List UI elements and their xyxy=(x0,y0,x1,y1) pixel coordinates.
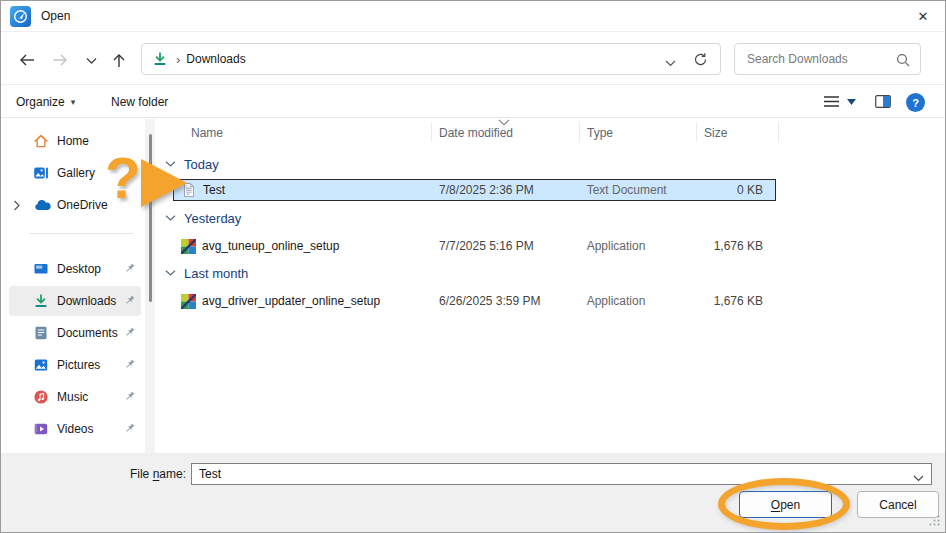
help-button[interactable]: ? xyxy=(906,93,925,112)
preview-pane-button[interactable] xyxy=(875,95,891,111)
file-size: 1,676 KB xyxy=(695,294,775,308)
gallery-icon xyxy=(33,165,51,181)
address-bar[interactable]: › Downloads xyxy=(141,43,721,75)
sidebar-separator xyxy=(29,233,133,234)
column-header-size[interactable]: Size xyxy=(704,126,727,140)
downloads-location-icon xyxy=(152,51,168,67)
column-separator[interactable] xyxy=(579,122,580,142)
file-size: 1,676 KB xyxy=(695,239,775,253)
back-button[interactable] xyxy=(13,49,41,71)
file-size: 0 KB xyxy=(695,183,775,197)
open-dialog-window: Open ✕ › Downloads xyxy=(0,0,946,533)
breadcrumb-separator-icon: › xyxy=(176,52,180,67)
open-button[interactable]: Open xyxy=(739,491,832,518)
desktop-icon xyxy=(33,261,51,277)
pictures-icon xyxy=(33,357,51,373)
column-separator[interactable] xyxy=(696,122,697,142)
column-header-date-modified[interactable]: Date modified xyxy=(439,126,513,140)
avg-application-icon xyxy=(181,239,196,254)
sidebar-item-downloads[interactable]: Downloads xyxy=(9,286,141,316)
file-name-label: File name: xyxy=(1,464,186,485)
new-folder-button[interactable]: New folder xyxy=(111,86,168,118)
cancel-button[interactable]: Cancel xyxy=(857,491,939,518)
videos-icon xyxy=(33,421,51,437)
file-list: Name Date modified Type Size Today xyxy=(157,119,945,453)
search-box xyxy=(734,43,921,75)
cancel-button-label: Cancel xyxy=(879,498,916,512)
pin-icon[interactable] xyxy=(123,390,136,406)
close-button[interactable]: ✕ xyxy=(901,1,945,31)
group-header-last-month[interactable]: Last month xyxy=(157,263,248,283)
sidebar-item-desktop[interactable]: Desktop xyxy=(9,254,141,284)
group-header-today[interactable]: Today xyxy=(157,154,219,174)
sidebar-item-gallery[interactable]: Gallery xyxy=(9,158,141,188)
organize-button[interactable]: Organize ▾ xyxy=(16,86,75,118)
pin-icon[interactable] xyxy=(123,326,136,342)
views-dropdown-icon xyxy=(847,99,856,105)
column-header-name[interactable]: Name xyxy=(191,126,223,140)
sidebar-scrollbar[interactable] xyxy=(145,119,155,453)
refresh-icon[interactable] xyxy=(693,52,708,70)
file-type: Application xyxy=(579,239,696,253)
group-collapse-chevron-icon xyxy=(165,215,176,221)
text-document-icon xyxy=(181,182,197,198)
new-folder-label: New folder xyxy=(111,95,168,109)
column-separator[interactable] xyxy=(778,122,779,142)
pin-icon[interactable] xyxy=(123,422,136,438)
sidebar-item-label: Music xyxy=(57,390,88,404)
expand-chevron-icon[interactable] xyxy=(13,200,20,214)
search-input[interactable] xyxy=(745,46,885,72)
group-label: Today xyxy=(184,157,219,172)
resize-grip[interactable] xyxy=(929,515,940,529)
sidebar-item-label: Gallery xyxy=(57,166,95,180)
sidebar-item-label: Documents xyxy=(57,326,118,340)
sidebar-item-onedrive[interactable]: OneDrive xyxy=(9,190,141,220)
sidebar-item-documents[interactable]: Documents xyxy=(9,318,141,348)
file-type: Application xyxy=(579,294,696,308)
views-button[interactable] xyxy=(823,95,856,108)
file-row-avg-tuneup[interactable]: avg_tuneup_online_setup 7/7/2025 5:16 PM… xyxy=(173,235,776,257)
window-title: Open xyxy=(41,9,70,23)
sidebar-item-label: Pictures xyxy=(57,358,100,372)
pin-icon[interactable] xyxy=(123,262,136,278)
up-button[interactable] xyxy=(105,49,133,71)
pin-icon[interactable] xyxy=(123,294,136,310)
command-toolbar: Organize ▾ New folder ? xyxy=(1,86,945,118)
home-icon xyxy=(33,133,51,149)
sidebar-item-home[interactable]: Home xyxy=(9,126,141,156)
title-bar: Open ✕ xyxy=(1,1,945,32)
open-button-mnemonic: O xyxy=(771,498,780,512)
music-icon xyxy=(33,389,51,405)
file-date: 7/8/2025 2:36 PM xyxy=(431,183,579,197)
file-row-avg-driver-updater[interactable]: avg_driver_updater_online_setup 6/26/202… xyxy=(173,290,776,312)
recent-locations-chevron-icon[interactable] xyxy=(77,49,105,71)
dialog-footer: File name: Open Cancel xyxy=(1,453,945,533)
file-name: avg_tuneup_online_setup xyxy=(202,239,339,253)
address-dropdown-chevron-icon[interactable] xyxy=(665,56,676,70)
app-icon xyxy=(10,6,31,27)
sidebar-item-label: Downloads xyxy=(57,294,116,308)
sidebar-item-pictures[interactable]: Pictures xyxy=(9,350,141,380)
file-type: Text Document xyxy=(579,183,696,197)
forward-button[interactable] xyxy=(46,49,74,71)
column-separator[interactable] xyxy=(431,122,432,142)
sidebar-item-videos[interactable]: Videos xyxy=(9,414,141,444)
column-header-type[interactable]: Type xyxy=(587,126,613,140)
breadcrumb-location[interactable]: Downloads xyxy=(186,52,245,66)
sidebar-item-label: Home xyxy=(57,134,89,148)
search-icon[interactable] xyxy=(896,53,910,70)
file-name: Test xyxy=(203,183,225,197)
main-area: Home Gallery OneDrive Desktop xyxy=(1,119,945,453)
file-date: 7/7/2025 5:16 PM xyxy=(431,239,579,253)
scrollbar-thumb[interactable] xyxy=(149,134,152,302)
sidebar-item-music[interactable]: Music xyxy=(9,382,141,412)
sidebar-item-label: OneDrive xyxy=(57,198,108,212)
pin-icon[interactable] xyxy=(123,358,136,374)
group-collapse-chevron-icon xyxy=(165,161,176,167)
file-name-input[interactable] xyxy=(197,465,887,483)
sidebar-item-label: Videos xyxy=(57,422,93,436)
file-row-test[interactable]: Test 7/8/2025 2:36 PM Text Document 0 KB xyxy=(173,179,776,201)
combobox-dropdown-chevron-icon[interactable] xyxy=(913,471,924,485)
group-header-yesterday[interactable]: Yesterday xyxy=(157,208,241,228)
documents-icon xyxy=(33,325,51,341)
